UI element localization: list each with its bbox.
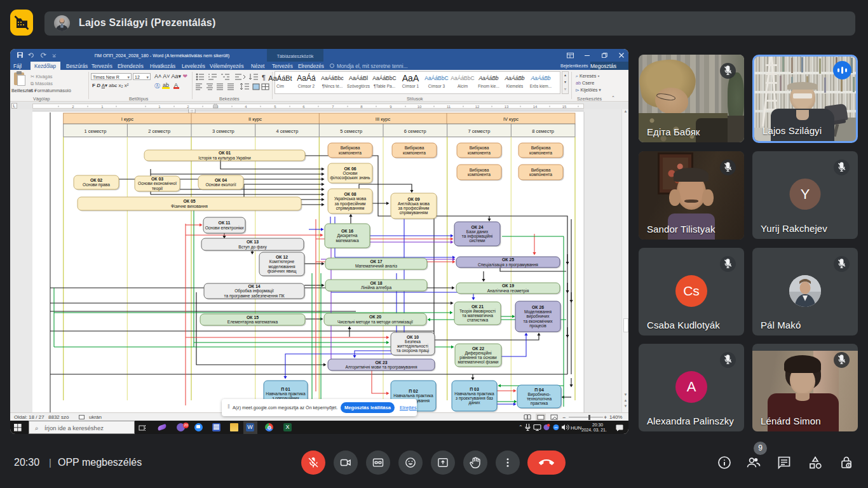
svg-text:та охорона праці: та охорона праці bbox=[397, 348, 430, 353]
svg-text:Вступ до фаху: Вступ до фаху bbox=[238, 245, 267, 250]
svg-text:ОК 01: ОК 01 bbox=[219, 151, 231, 155]
svg-text:Історія та культура України: Історія та культура України bbox=[198, 156, 251, 161]
svg-text:9: 9 bbox=[390, 105, 392, 109]
svg-text:компонента: компонента bbox=[339, 151, 362, 155]
svg-text:П 02: П 02 bbox=[409, 389, 418, 393]
svg-text:ОК 17: ОК 17 bbox=[370, 259, 382, 264]
svg-text:фізичних явищ: фізичних явищ bbox=[268, 269, 297, 274]
svg-text:ОК 18: ОК 18 bbox=[370, 281, 382, 285]
svg-text:спрямуванням: спрямуванням bbox=[400, 210, 428, 215]
svg-text:ОК 15: ОК 15 bbox=[247, 315, 259, 320]
svg-text:Математичний аналіз: Математичний аналіз bbox=[355, 264, 397, 268]
svg-text:7: 7 bbox=[332, 105, 334, 109]
svg-text:Основи економічної: Основи економічної bbox=[138, 181, 177, 186]
svg-text:4: 4 bbox=[245, 105, 247, 109]
svg-text:Чисельні методи та методи опти: Чисельні методи та методи оптимізації bbox=[337, 320, 413, 325]
svg-text:спрямуванням: спрямуванням bbox=[336, 206, 365, 211]
svg-text:теорії: теорії bbox=[152, 186, 163, 191]
svg-text:ОК 12: ОК 12 bbox=[276, 255, 288, 259]
svg-text:ОК 26: ОК 26 bbox=[532, 305, 544, 309]
svg-text:ОК 09: ОК 09 bbox=[407, 197, 419, 201]
svg-text:системи: системи bbox=[469, 238, 485, 243]
svg-text:7 семестр: 7 семестр bbox=[468, 128, 491, 134]
svg-text:ОК 16: ОК 16 bbox=[341, 229, 353, 233]
svg-text:3 семестр: 3 семестр bbox=[212, 128, 234, 134]
svg-text:zm: zm bbox=[554, 426, 558, 429]
svg-text:ІІІ курс: ІІІ курс bbox=[376, 116, 391, 122]
svg-text:філософських знань: філософських знань bbox=[330, 175, 370, 180]
svg-text:14: 14 bbox=[533, 105, 538, 109]
svg-text:П 04: П 04 bbox=[534, 388, 544, 392]
svg-text:6 семестр: 6 семестр bbox=[404, 128, 426, 134]
svg-text:5: 5 bbox=[274, 105, 276, 109]
svg-text:8: 8 bbox=[360, 105, 363, 109]
svg-text:10: 10 bbox=[417, 105, 422, 109]
svg-text:Безпека: Безпека bbox=[405, 339, 421, 344]
svg-text:математичної фізики: математичної фізики bbox=[458, 360, 499, 365]
svg-text:Лінійна алгебра: Лінійна алгебра bbox=[361, 285, 392, 290]
svg-text:4 семестр: 4 семестр bbox=[276, 128, 299, 134]
svg-text:ОК 13: ОК 13 bbox=[247, 240, 259, 244]
svg-text:ОК 22: ОК 22 bbox=[472, 346, 484, 351]
svg-text:математика: математика bbox=[336, 238, 358, 243]
svg-text:та математична: та математична bbox=[462, 313, 493, 318]
svg-text:Основи права: Основи права bbox=[83, 182, 110, 187]
svg-text:ОК 05: ОК 05 bbox=[183, 199, 195, 203]
svg-text:ОК 02: ОК 02 bbox=[90, 178, 102, 182]
svg-text:¶: ¶ bbox=[262, 74, 266, 81]
svg-text:15: 15 bbox=[562, 105, 567, 109]
svg-text:компонента: компонента bbox=[468, 151, 491, 155]
svg-text:ОК 23: ОК 23 bbox=[375, 360, 387, 365]
svg-text:2 семестр: 2 семестр bbox=[148, 128, 170, 134]
svg-text:5 семестр: 5 семестр bbox=[340, 128, 362, 134]
svg-text:11: 11 bbox=[447, 105, 451, 109]
svg-text:статистика: статистика bbox=[467, 318, 488, 322]
svg-text:Елементарна математика: Елементарна математика bbox=[227, 320, 278, 325]
svg-text:ОК 14: ОК 14 bbox=[248, 284, 260, 288]
svg-text:12: 12 bbox=[475, 105, 480, 109]
svg-text:практика: практика bbox=[531, 401, 548, 406]
svg-text:Алгоритмічні мови та програмув: Алгоритмічні мови та програмування bbox=[345, 365, 417, 370]
svg-text:ОК 04: ОК 04 bbox=[215, 178, 227, 182]
svg-text:Основи екології: Основи екології bbox=[205, 182, 236, 187]
svg-text:технологічна: технологічна bbox=[527, 396, 552, 401]
svg-text:П 01: П 01 bbox=[281, 387, 290, 391]
svg-text:1: 1 bbox=[101, 105, 104, 109]
svg-text:компонента: компонента bbox=[403, 151, 426, 155]
svg-text:2: 2 bbox=[187, 105, 189, 109]
svg-text:6: 6 bbox=[302, 105, 305, 109]
svg-text:П 03: П 03 bbox=[470, 387, 479, 391]
svg-text:Англійська мова: Англійська мова bbox=[398, 201, 430, 206]
svg-text:ОК 10: ОК 10 bbox=[407, 335, 419, 339]
svg-text:ОК 03: ОК 03 bbox=[151, 177, 163, 181]
svg-text:ОК 19: ОК 19 bbox=[502, 283, 514, 288]
svg-text:Аналітична геометрія: Аналітична геометрія bbox=[487, 288, 529, 294]
svg-text:Фізичне виховання: Фізичне виховання bbox=[171, 204, 208, 208]
svg-text:ОК 08: ОК 08 bbox=[344, 192, 356, 196]
svg-text:Основи: Основи bbox=[343, 171, 358, 175]
svg-text:ОК 06: ОК 06 bbox=[344, 166, 356, 171]
svg-text:IV курс: IV курс bbox=[503, 116, 519, 122]
svg-text:13: 13 bbox=[505, 105, 509, 109]
svg-text:Основи електроніки: Основи електроніки bbox=[205, 226, 244, 231]
svg-text:ІІ курс: ІІ курс bbox=[248, 116, 262, 122]
svg-text:процесів: процесів bbox=[529, 323, 546, 329]
svg-text:компонента: компонента bbox=[529, 151, 552, 155]
svg-text:ОК 25: ОК 25 bbox=[502, 257, 514, 262]
svg-text:компонента: компонента bbox=[529, 172, 552, 177]
svg-text:компонента: компонента bbox=[468, 172, 491, 177]
svg-text:І курс: І курс bbox=[121, 116, 133, 122]
svg-text:Спеціалізація з програмування: Спеціалізація з програмування bbox=[478, 262, 538, 268]
svg-text:даних: даних bbox=[468, 400, 480, 405]
svg-text:та економічних: та економічних bbox=[523, 319, 553, 323]
svg-text:2: 2 bbox=[72, 105, 74, 109]
svg-text:ОК 24: ОК 24 bbox=[471, 225, 483, 229]
svg-text:ОК 11: ОК 11 bbox=[219, 220, 231, 225]
svg-text:1 семестр: 1 семестр bbox=[85, 128, 107, 134]
svg-text:1: 1 bbox=[158, 105, 161, 109]
svg-text:8 семестр: 8 семестр bbox=[532, 128, 554, 134]
svg-text:ОК 20: ОК 20 bbox=[369, 315, 381, 319]
svg-text:ОК 21: ОК 21 bbox=[471, 304, 484, 309]
svg-text:та програмне забезпечення ПК: та програмне забезпечення ПК bbox=[224, 294, 284, 299]
